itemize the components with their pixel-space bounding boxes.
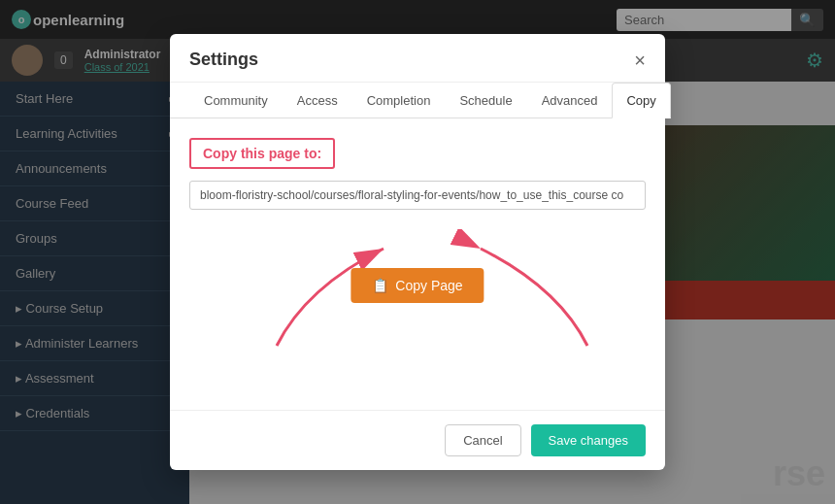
- tab-completion[interactable]: Completion: [352, 83, 446, 118]
- right-arrow-svg: [422, 229, 617, 355]
- copy-label: Copy this page to:: [189, 138, 335, 169]
- tab-advanced[interactable]: Advanced: [527, 83, 613, 118]
- modal-header: Settings ×: [170, 34, 665, 83]
- settings-modal: Settings × Community Access Completion S…: [170, 34, 665, 470]
- close-button[interactable]: ×: [634, 50, 646, 70]
- modal-footer: Cancel Save changes: [170, 410, 665, 470]
- save-changes-button[interactable]: Save changes: [531, 424, 646, 456]
- tab-copy[interactable]: Copy: [612, 83, 670, 118]
- tab-access[interactable]: Access: [283, 83, 352, 118]
- tab-schedule[interactable]: Schedule: [445, 83, 526, 118]
- arrows-area: 📋 Copy Page: [189, 229, 646, 365]
- modal-body: Copy this page to: 📋 Copy Page: [170, 118, 665, 410]
- copy-icon: 📋: [372, 278, 388, 293]
- copy-url-input[interactable]: [189, 181, 646, 210]
- tab-community[interactable]: Community: [189, 83, 283, 118]
- modal-overlay: Settings × Community Access Completion S…: [0, 0, 835, 504]
- modal-tabs: Community Access Completion Schedule Adv…: [170, 83, 665, 118]
- cancel-button[interactable]: Cancel: [445, 424, 520, 456]
- modal-title: Settings: [189, 50, 258, 70]
